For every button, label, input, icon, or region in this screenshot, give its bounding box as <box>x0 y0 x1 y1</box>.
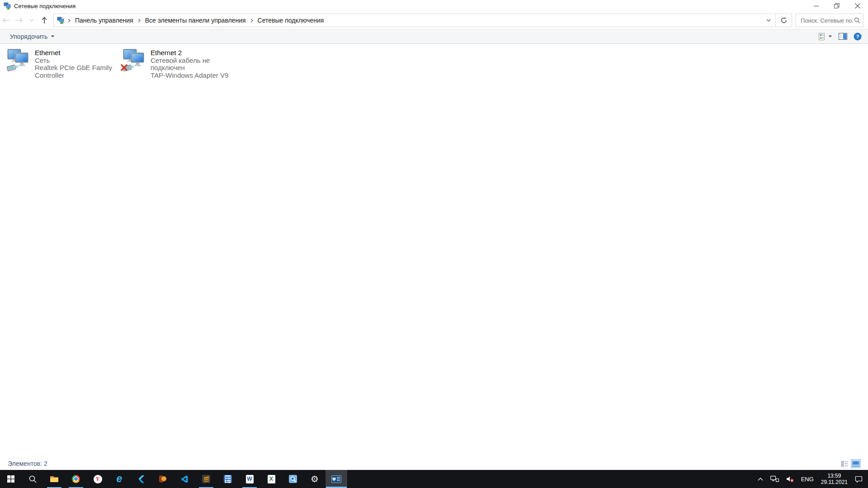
network-connections-window-icon <box>4 2 11 9</box>
search-icon <box>29 475 37 483</box>
navigation-toolbar: Панель управления Все элементы панели уп… <box>0 12 868 29</box>
items-count: Элементов: 2 <box>8 460 47 467</box>
connection-name: Ethernet 2 <box>151 49 234 57</box>
internet-explorer-icon: e <box>117 474 123 484</box>
taskbar-app-vscode[interactable] <box>174 470 195 488</box>
sublime-text-icon <box>202 475 210 483</box>
taskbar-app-yandex-browser[interactable]: Y <box>87 470 108 488</box>
network-tray-button[interactable] <box>767 470 783 488</box>
gear-icon: ⚙ <box>311 474 319 483</box>
taskbar-app-sublime-text[interactable] <box>195 470 217 488</box>
chevron-down-icon <box>51 35 55 38</box>
address-bar[interactable]: Панель управления Все элементы панели уп… <box>53 14 792 27</box>
address-dropdown-button[interactable] <box>762 14 775 27</box>
breadcrumb: Панель управления Все элементы панели уп… <box>66 17 762 24</box>
large-icons-view-icon <box>852 461 859 467</box>
preview-pane-button[interactable] <box>839 33 847 40</box>
start-button[interactable] <box>0 470 22 488</box>
connection-status: Сеть <box>35 57 118 65</box>
folder-content-area: Ethernet Сеть Realtek PCIe GbE Family Co… <box>0 44 868 457</box>
chevron-up-icon <box>758 478 763 481</box>
taskbar-app-internet-explorer[interactable]: e <box>108 470 130 488</box>
taskbar-app-magnifier[interactable] <box>282 470 304 488</box>
search-input[interactable] <box>800 17 854 24</box>
taskbar-app-chrome[interactable] <box>65 470 87 488</box>
connection-item-ethernet-2[interactable]: Ethernet 2 Сетевой кабель не подключен T… <box>121 47 235 80</box>
command-bar: Упорядочить <box>0 29 868 44</box>
window-title: Сетевые подключения <box>14 3 75 9</box>
forward-button[interactable] <box>13 14 25 27</box>
disconnected-icon <box>120 64 128 73</box>
search-box[interactable] <box>796 14 863 27</box>
clock-time: 13:59 <box>821 473 848 479</box>
language-indicator[interactable]: ENG <box>797 470 817 488</box>
taskbar-app-calculator[interactable] <box>217 470 239 488</box>
excel-icon: X <box>268 475 275 483</box>
preview-pane-icon <box>839 33 847 40</box>
breadcrumb-network-connections[interactable]: Сетевые подключения <box>255 17 327 24</box>
minimize-button[interactable] <box>806 0 826 12</box>
svg-text:?: ? <box>856 34 859 39</box>
refresh-button[interactable] <box>775 14 792 27</box>
help-icon: ? <box>854 33 862 41</box>
ethernet-adapter-icon <box>123 49 148 72</box>
back-button[interactable] <box>0 14 13 27</box>
vscode-icon <box>181 475 189 483</box>
taskbar-app-blue-chevron[interactable] <box>130 470 152 488</box>
up-button[interactable] <box>38 14 51 27</box>
chrome-icon <box>72 475 80 483</box>
ethernet-adapter-icon <box>7 49 32 72</box>
large-icons-view-button[interactable] <box>851 459 861 468</box>
search-icon[interactable] <box>854 17 860 23</box>
connection-device: TAP-Windows Adapter V9 <box>151 72 234 80</box>
clock[interactable]: 13:59 29.11.2021 <box>817 470 851 488</box>
taskbar-app-settings[interactable]: ⚙ <box>304 470 326 488</box>
network-connections-icon <box>331 475 341 483</box>
restore-button[interactable] <box>826 0 847 12</box>
connection-name: Ethernet <box>35 49 118 57</box>
taskbar: Y e D <box>0 470 868 488</box>
organize-button[interactable]: Упорядочить <box>6 31 58 42</box>
close-button[interactable] <box>847 0 868 12</box>
ethernet-tray-icon <box>770 476 779 483</box>
magnifier-app-icon <box>289 475 297 483</box>
breadcrumb-chevron-icon <box>66 19 72 23</box>
volume-muted-icon <box>786 476 794 483</box>
connection-item-ethernet[interactable]: Ethernet Сеть Realtek PCIe GbE Family Co… <box>5 47 119 80</box>
breadcrumb-chevron-icon <box>249 19 255 23</box>
hidden-icons-button[interactable] <box>754 470 767 488</box>
connection-status: Сетевой кабель не подключен <box>151 57 234 72</box>
chevron-down-icon <box>828 35 832 38</box>
calculator-icon <box>224 475 232 483</box>
file-explorer-icon <box>50 475 59 483</box>
breadcrumb-control-panel[interactable]: Панель управления <box>72 17 136 24</box>
organize-label: Упорядочить <box>10 33 47 40</box>
svg-text:D: D <box>163 477 165 480</box>
breadcrumb-all-items[interactable]: Все элементы панели управления <box>142 17 249 24</box>
change-view-icon <box>819 33 826 40</box>
action-center-button[interactable] <box>851 470 866 488</box>
taskbar-app-file-explorer[interactable] <box>43 470 65 488</box>
details-view-button[interactable] <box>840 459 850 468</box>
taskbar-app-excel[interactable]: X <box>260 470 282 488</box>
orange-downloader-icon: D <box>159 475 167 483</box>
recent-locations-button[interactable] <box>25 14 38 27</box>
help-button[interactable]: ? <box>854 33 862 41</box>
volume-button[interactable] <box>783 470 797 488</box>
taskbar-search-button[interactable] <box>22 470 43 488</box>
yandex-browser-icon: Y <box>94 475 102 483</box>
taskbar-app-orange-downloader[interactable]: D <box>152 470 174 488</box>
taskbar-app-network-connections[interactable] <box>326 470 347 488</box>
details-view-icon <box>841 461 849 467</box>
status-bar: Элементов: 2 <box>0 457 868 470</box>
windows-logo-icon <box>7 475 14 483</box>
clock-date: 29.11.2021 <box>821 479 848 485</box>
breadcrumb-chevron-icon <box>136 19 142 23</box>
word-icon: W <box>246 475 254 483</box>
network-connections-window: Сетевые подключения <box>0 0 868 470</box>
taskbar-app-word[interactable]: W <box>239 470 260 488</box>
titlebar: Сетевые подключения <box>0 0 868 12</box>
action-center-icon <box>855 476 863 483</box>
change-view-button[interactable] <box>819 33 832 40</box>
address-location-icon <box>57 17 64 24</box>
